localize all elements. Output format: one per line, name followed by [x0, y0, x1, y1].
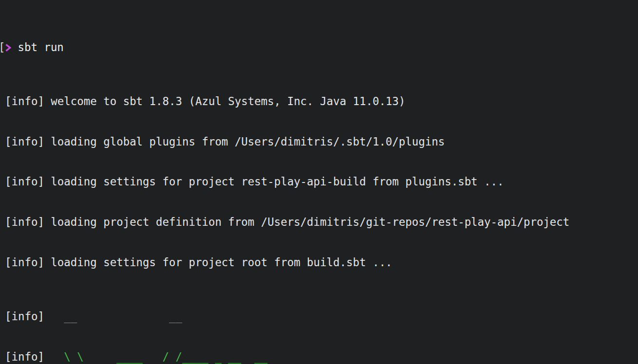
log-line: [info] welcome to sbt 1.8.3 (Azul System… — [5, 95, 638, 109]
clipped-bracket-char: [ — [0, 41, 5, 55]
prompt-line: [sbt run — [5, 41, 638, 55]
typed-command: sbt run — [18, 41, 63, 54]
play-logo-ascii-line: [info] \ \ ____ / /____ _ __ __ — [5, 350, 638, 364]
log-line: [info] loading settings for project root… — [5, 256, 638, 270]
play-logo-ascii-line: [info] __ __ — [5, 310, 638, 324]
terminal-screen[interactable]: [sbt run [info] welcome to sbt 1.8.3 (Az… — [0, 0, 638, 364]
log-line: [info] loading global plugins from /User… — [5, 135, 638, 149]
log-line: [info] loading settings for project rest… — [5, 175, 638, 189]
log-line: [info] loading project definition from /… — [5, 216, 638, 229]
prompt-chevron-icon — [5, 41, 11, 55]
